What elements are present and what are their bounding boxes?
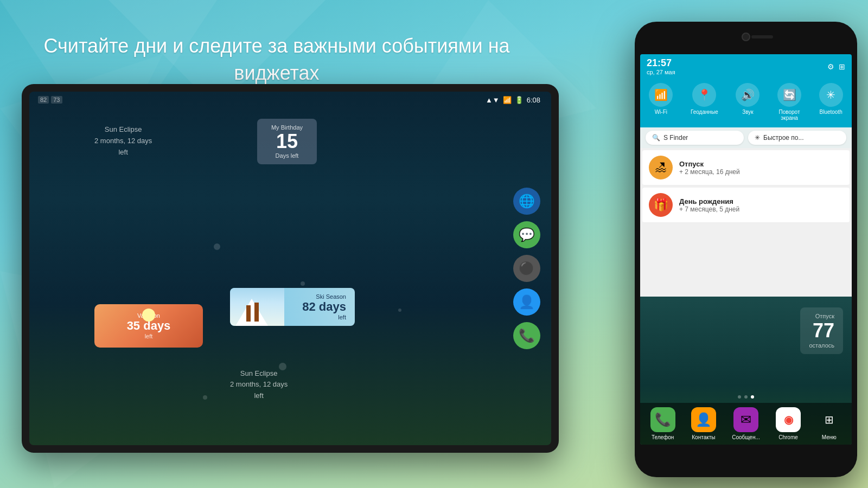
dock-phone-label: Телефон (652, 434, 674, 440)
widget-sun-eclipse-bottom-title: Sun Eclipse (230, 368, 288, 380)
sidebar-globe-icon[interactable]: 🌐 (513, 188, 540, 215)
qs-bluetooth-icon: ✳ (819, 83, 843, 107)
qs-geo-icon: 📍 (692, 83, 716, 107)
widget-sun-eclipse-top-sub1: 2 months, 12 days (94, 136, 152, 147)
phone-screen: 21:57 ср, 27 мая ⚙ ⊞ 📶 Wi-Fi 📍 Геоданные… (640, 54, 852, 445)
tablet-status-bar: ▲▼ 📶 🔋 6:08 (486, 96, 540, 104)
dock-contacts-icon: 👤 (691, 407, 716, 432)
notification-birthday[interactable]: 🎁 День рождения + 7 месяцев, 5 дней (642, 188, 850, 223)
notif-birthday-title: День рождения (679, 197, 843, 206)
qs-bluetooth-label: Bluetooth (820, 109, 843, 115)
dock-chrome-icon: ◉ (776, 407, 801, 432)
s-finder-label: S Finder (663, 134, 688, 142)
phone-widget-sub: осталось (809, 342, 834, 349)
qs-rotate-label: Поворот экрана (779, 109, 800, 121)
qs-wifi-icon: 📶 (649, 83, 673, 107)
phone-camera (742, 33, 750, 41)
notif-vacation-sub: + 2 месяца, 16 дней (679, 168, 843, 176)
s-finder-icon: 🔍 (652, 134, 660, 142)
phone-widget-vacation[interactable]: Отпуск 77 осталось (800, 307, 843, 354)
s-finder-button[interactable]: 🔍 S Finder (646, 131, 744, 145)
dot-2 (744, 395, 748, 399)
widget-vacation[interactable]: Vacation 35 days left (94, 304, 203, 348)
widget-sun-eclipse-bottom[interactable]: Sun Eclipse 2 months, 12 days left (230, 368, 288, 402)
phone-device: 21:57 ср, 27 мая ⚙ ⊞ 📶 Wi-Fi 📍 Геоданные… (635, 22, 857, 477)
widget-birthday-sub: Days left (268, 152, 306, 159)
tablet-signal-icon: 📶 (503, 96, 512, 104)
dock-chrome-label: Chrome (778, 434, 798, 440)
qs-rotate-icon: 🔄 (777, 83, 801, 107)
dock-menu-icon: ⊞ (816, 407, 841, 432)
qs-geo-label: Геоданные (691, 109, 718, 115)
quick-connect-button[interactable]: ✳ Быстрое по... (748, 131, 846, 145)
tablet-device: 82 73 ▲▼ 📶 🔋 6:08 Sun Eclipse 2 months, … (22, 84, 559, 453)
phone-notifications: 🏖 Отпуск + 2 месяца, 16 дней 🎁 День рожд… (640, 148, 852, 297)
phone-status-icons: ⚙ ⊞ (827, 62, 845, 71)
notif-birthday-icon: 🎁 (649, 193, 673, 217)
phone-date: ср, 27 мая (647, 69, 675, 75)
qs-geo[interactable]: 📍 Геоданные (691, 83, 718, 121)
widget-sun-eclipse-bottom-sub1: 2 months, 12 days (230, 379, 288, 390)
widget-birthday[interactable]: My Birthday 15 Days left (257, 119, 317, 164)
phone-finder-row: 🔍 S Finder ✳ Быстрое по... (640, 127, 852, 148)
widget-vacation-sub: left (145, 333, 153, 339)
notif-birthday-text: День рождения + 7 месяцев, 5 дней (679, 197, 843, 213)
notification-vacation[interactable]: 🏖 Отпуск + 2 месяца, 16 дней (642, 150, 850, 185)
widget-ski[interactable]: Ski Season 82 days left (230, 288, 355, 326)
dock-menu-label: Меню (822, 434, 837, 440)
widget-birthday-number: 15 (268, 131, 306, 152)
dot-3 (751, 395, 754, 399)
quick-connect-label: Быстрое по... (763, 134, 804, 142)
phone-time-date: 21:57 ср, 27 мая (647, 57, 675, 75)
widget-sun-eclipse-bottom-sub2: left (230, 390, 288, 402)
sidebar-phone-icon[interactable]: 📞 (513, 322, 540, 349)
sidebar-contacts-icon[interactable]: 👤 (513, 288, 540, 316)
tablet-screen: 82 73 ▲▼ 📶 🔋 6:08 Sun Eclipse 2 months, … (29, 92, 551, 445)
tablet-time: 6:08 (527, 96, 540, 104)
sidebar-dots-icon[interactable]: ⚫ (513, 255, 540, 282)
page-indicator (640, 391, 852, 403)
dock-phone[interactable]: 📞 Телефон (650, 407, 675, 440)
quick-connect-icon: ✳ (755, 134, 760, 142)
notif-birthday-sub: + 7 месяцев, 5 дней (679, 206, 843, 213)
widget-ski-sub: left (338, 314, 346, 320)
widget-sun-eclipse-top[interactable]: Sun Eclipse 2 months, 12 days left (94, 124, 152, 158)
dock-messages-icon: ✉ (733, 407, 758, 432)
phone-time: 21:57 (647, 57, 675, 69)
dock-contacts[interactable]: 👤 Контакты (691, 407, 716, 440)
widget-ski-label: Ski Season (316, 293, 346, 300)
tablet-wifi-icon: ▲▼ (486, 96, 500, 104)
phone-speaker (751, 35, 773, 38)
dock-messages[interactable]: ✉ Сообщен... (732, 407, 760, 440)
widget-ski-days: 82 days (302, 300, 346, 314)
dock-phone-icon: 📞 (650, 407, 675, 432)
phone-wallpaper: Отпуск 77 осталось 📞 Телефон 👤 Контакты (640, 297, 852, 445)
dot-1 (738, 395, 741, 399)
qs-sound[interactable]: 🔊 Звук (736, 83, 760, 121)
phone-dock: 📞 Телефон 👤 Контакты ✉ Сообщен... ◉ Chro… (640, 403, 852, 445)
tablet-sidebar: 🌐 💬 ⚫ 👤 📞 (513, 188, 540, 349)
notif-vacation-icon: 🏖 (649, 156, 673, 179)
qs-sound-icon: 🔊 (736, 83, 760, 107)
phone-widget-number: 77 (809, 319, 834, 342)
qs-sound-label: Звук (742, 109, 754, 115)
dock-chrome[interactable]: ◉ Chrome (776, 407, 801, 440)
tablet-num2: 73 (51, 96, 62, 104)
qs-wifi[interactable]: 📶 Wi-Fi (649, 83, 673, 121)
qs-wifi-label: Wi-Fi (655, 109, 667, 115)
phone-grid-icon[interactable]: ⊞ (839, 62, 845, 71)
notif-vacation-text: Отпуск + 2 месяца, 16 дней (679, 160, 843, 176)
phone-gear-icon[interactable]: ⚙ (827, 62, 834, 71)
sidebar-chat-icon[interactable]: 💬 (513, 221, 540, 248)
tablet-status-nums: 82 73 (38, 96, 62, 104)
dock-messages-label: Сообщен... (732, 434, 760, 440)
widget-sun-eclipse-top-title: Sun Eclipse (94, 124, 152, 136)
phone-status-bar: 21:57 ср, 27 мая ⚙ ⊞ (640, 54, 852, 79)
notif-vacation-title: Отпуск (679, 160, 843, 168)
dock-menu[interactable]: ⊞ Меню (816, 407, 841, 440)
tablet-num1: 82 (38, 96, 49, 104)
qs-bluetooth[interactable]: ✳ Bluetooth (819, 83, 843, 121)
phone-widget-label: Отпуск (809, 313, 834, 319)
tablet-battery-icon: 🔋 (515, 96, 524, 104)
qs-rotate[interactable]: 🔄 Поворот экрана (777, 83, 801, 121)
